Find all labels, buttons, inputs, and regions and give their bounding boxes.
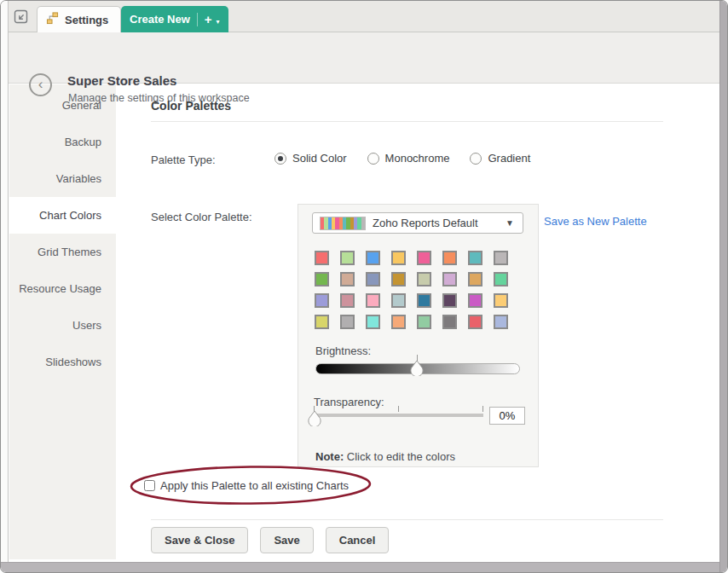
color-swatch-grid [315,251,508,329]
color-swatch-r1-c2[interactable] [340,251,355,265]
radio-label: Monochrome [385,152,450,165]
color-swatch-r3-c8[interactable] [494,293,508,308]
note-text: Click to edit the colors [344,450,455,463]
save-as-new-palette-link[interactable]: Save as New Palette [544,215,647,228]
chevron-down-icon: ▾ [217,18,220,26]
cancel-button[interactable]: Cancel [326,527,390,553]
color-swatch-r4-c1[interactable] [315,315,329,329]
color-swatch-r1-c7[interactable] [468,251,482,265]
brightness-slider-handle[interactable] [410,360,424,376]
thumbnail-stripe [361,217,365,229]
workspace-title: Super Store Sales [67,73,176,88]
create-new-button[interactable]: Create New + ▾ [121,6,228,32]
color-swatch-r4-c2[interactable] [340,315,355,329]
palette-thumbnail [320,217,366,230]
color-swatch-r2-c3[interactable] [366,272,380,286]
transparency-slider-handle[interactable] [308,410,321,426]
color-swatch-r2-c7[interactable] [468,272,482,286]
brightness-label: Brightness: [315,344,371,357]
sidebar-item-grid-themes[interactable]: Grid Themes [9,234,116,270]
color-swatch-r1-c3[interactable] [366,251,380,265]
select-palette-label: Select Color Palette: [151,211,252,223]
back-button[interactable]: ‹ [29,73,52,96]
color-swatch-r4-c3[interactable] [366,315,380,329]
create-new-label: Create New [130,13,190,26]
palette-dropdown-value: Zoho Reports Default [373,217,499,229]
radio-option-monochrome[interactable]: Monochrome [367,152,450,165]
transparency-tick-50 [398,406,399,412]
create-new-separator [197,13,198,26]
color-swatch-r2-c6[interactable] [442,272,457,286]
color-swatch-r3-c5[interactable] [417,293,431,308]
left-rail [1,1,9,564]
workspace-subtitle: Manage the settings of this workspace [68,92,250,104]
color-swatch-r2-c2[interactable] [340,272,355,286]
dropdown-caret-icon: ▼ [506,218,516,228]
color-swatch-r3-c4[interactable] [391,293,406,308]
tab-bar: Settings Create New + ▾ [9,1,719,32]
color-swatch-r3-c2[interactable] [340,293,355,308]
tab-settings[interactable]: Settings [37,6,121,32]
workspace-header: ‹ Super Store Sales Manage the settings … [9,32,719,84]
divider [151,121,663,122]
radio-icon[interactable] [367,153,379,165]
palette-note: Note: Click to edit the colors [315,450,455,463]
back-chevron-icon: ‹ [38,77,43,91]
radio-option-solid-color[interactable]: Solid Color [274,152,347,165]
transparency-value-input[interactable] [489,407,525,425]
color-swatch-r4-c4[interactable] [391,315,406,329]
color-swatch-r2-c5[interactable] [417,272,431,286]
color-swatch-r1-c6[interactable] [442,251,457,265]
note-prefix: Note: [315,450,344,463]
color-swatch-r4-c6[interactable] [442,315,457,329]
horizontal-scrollbar[interactable] [1,562,719,572]
sidebar-item-backup[interactable]: Backup [9,124,116,160]
radio-label: Gradient [488,152,530,165]
color-swatch-r4-c8[interactable] [494,315,508,329]
apply-palette-checkbox[interactable] [144,480,155,491]
color-swatch-r1-c8[interactable] [494,251,508,265]
color-swatch-r3-c6[interactable] [442,293,457,308]
apply-palette-label: Apply this Palette to all existing Chart… [160,479,349,492]
transparency-slider[interactable] [314,414,483,417]
color-swatch-r2-c4[interactable] [391,272,406,286]
vertical-scrollbar[interactable] [719,1,727,573]
color-swatch-r2-c8[interactable] [494,272,508,286]
tab-settings-label: Settings [65,14,108,26]
action-buttons: Save & CloseSaveCancel [151,527,389,553]
sidebar-item-resource-usage[interactable]: Resource Usage [9,270,116,307]
radio-icon[interactable] [274,153,286,165]
save-close-button[interactable]: Save & Close [151,527,248,553]
sidebar-item-chart-colors[interactable]: Chart Colors [9,197,116,234]
radio-option-gradient[interactable]: Gradient [470,152,530,165]
color-swatch-r1-c4[interactable] [391,251,406,265]
palette-type-label: Palette Type: [151,153,216,166]
color-swatch-r3-c7[interactable] [468,293,482,308]
radio-label: Solid Color [292,152,347,165]
color-swatch-r1-c1[interactable] [315,251,329,265]
color-swatch-r2-c1[interactable] [315,272,329,286]
save-button[interactable]: Save [260,527,313,553]
transparency-tick-100 [482,406,483,412]
sidebar: GeneralBackupVariablesChart ColorsGrid T… [9,84,116,559]
collapse-panel-icon[interactable] [14,9,29,25]
apply-palette-row: Apply this Palette to all existing Chart… [144,479,349,492]
sidebar-item-variables[interactable]: Variables [9,160,116,197]
palette-dropdown[interactable]: Zoho Reports Default ▼ [312,212,523,234]
color-swatch-r3-c3[interactable] [366,293,380,308]
color-swatch-r1-c5[interactable] [417,251,431,265]
color-swatch-r4-c5[interactable] [417,315,431,329]
color-swatch-r4-c7[interactable] [468,315,482,329]
palette-type-options: Solid ColorMonochromeGradient [274,152,530,165]
color-swatch-r3-c1[interactable] [315,293,329,308]
main-content: Color Palettes Palette Type: Solid Color… [116,84,719,562]
divider [151,519,663,520]
sidebar-item-slideshows[interactable]: Slideshows [9,344,116,380]
sidebar-item-users[interactable]: Users [9,307,116,344]
settings-window: Settings Create New + ▾ ‹ Super Store Sa… [0,0,728,573]
palette-panel: Zoho Reports Default ▼ Brightness: Trans… [298,204,539,467]
settings-tab-icon [46,12,59,28]
radio-icon[interactable] [470,153,482,165]
transparency-label: Transparency: [314,396,384,408]
plus-icon[interactable]: + [205,13,212,26]
